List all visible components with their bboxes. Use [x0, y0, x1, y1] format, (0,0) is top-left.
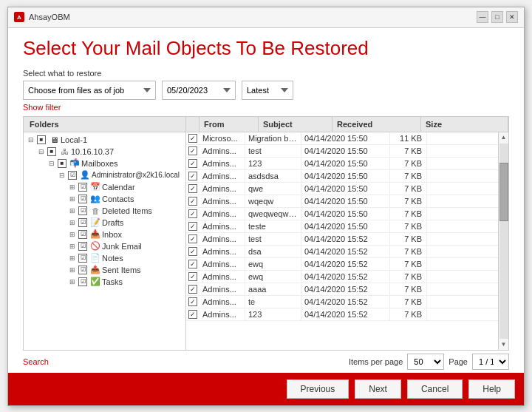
expand-admin[interactable]: ⊟ — [58, 171, 66, 180]
email-checkbox-9[interactable] — [188, 247, 197, 256]
expand-contacts[interactable]: ⊞ — [68, 195, 77, 203]
email-check-cell[interactable] — [186, 132, 200, 144]
email-check-cell[interactable] — [186, 170, 200, 182]
close-button[interactable]: ✕ — [506, 11, 518, 23]
date-dropdown[interactable]: 05/20/2023 — [162, 81, 236, 100]
email-row[interactable]: Admins... dsa 04/14/2020 15:52 7 KB — [186, 246, 498, 258]
email-checkbox-0[interactable] — [188, 134, 197, 143]
email-checkbox-6[interactable] — [188, 209, 197, 218]
email-check-cell[interactable] — [186, 233, 200, 245]
expand-junk[interactable]: ⊞ — [68, 242, 77, 251]
email-check-cell[interactable] — [186, 183, 200, 195]
folder-item-notes[interactable]: ⊞ ☑ 📄 Notes — [24, 252, 185, 264]
expand-calendar[interactable]: ⊞ — [68, 183, 77, 192]
expand-deleted[interactable]: ⊞ — [68, 206, 77, 215]
email-row[interactable]: Admins... teste 04/14/2020 15:50 7 KB — [186, 220, 498, 233]
version-dropdown[interactable]: Latest — [242, 81, 293, 100]
email-check-cell[interactable] — [186, 283, 200, 295]
minimize-button[interactable]: — — [477, 11, 488, 23]
check-deleted[interactable]: ☑ — [78, 206, 87, 215]
email-check-cell[interactable] — [186, 308, 200, 320]
scroll-thumb[interactable] — [499, 163, 508, 221]
previous-button[interactable]: Previous — [287, 379, 349, 399]
items-per-page-select[interactable]: 50 100 200 — [407, 354, 444, 370]
email-check-cell[interactable] — [186, 246, 200, 257]
email-check-cell[interactable] — [186, 220, 200, 232]
check-junk[interactable]: ☑ — [78, 242, 87, 251]
email-row[interactable]: Admins... qweqweqweqw... 04/14/2020 15:5… — [186, 208, 498, 220]
email-row[interactable]: Admins... ewq 04/14/2020 15:52 7 KB — [186, 271, 498, 283]
folder-item-contacts[interactable]: ⊞ ☑ 👥 Contacts — [24, 193, 185, 205]
email-row[interactable]: Microsо... Migration batch... 04/14/2020… — [186, 132, 498, 145]
check-drafts[interactable]: ☑ — [78, 218, 87, 227]
check-inbox[interactable]: ☑ — [78, 230, 87, 239]
email-checkbox-2[interactable] — [188, 159, 197, 168]
check-local1[interactable]: ■ — [37, 135, 46, 144]
email-checkbox-7[interactable] — [188, 222, 197, 231]
email-row[interactable]: Admins... wqeqw 04/14/2020 15:50 7 KB — [186, 195, 498, 208]
email-check-cell[interactable] — [186, 195, 200, 207]
email-row[interactable]: Admins... ewq 04/14/2020 15:52 7 KB — [186, 258, 498, 271]
email-checkbox-12[interactable] — [188, 285, 197, 294]
email-check-cell[interactable] — [186, 258, 200, 270]
email-checkbox-4[interactable] — [188, 184, 197, 193]
scroll-track[interactable] — [499, 143, 508, 339]
check-notes[interactable]: ☑ — [78, 254, 87, 263]
email-checkbox-5[interactable] — [188, 197, 197, 206]
email-check-cell[interactable] — [186, 296, 200, 308]
email-checkbox-3[interactable] — [188, 172, 197, 180]
folder-item-deleted[interactable]: ⊞ ☑ 🗑 Deleted Items — [24, 205, 185, 217]
show-filter-link[interactable]: Show filter — [23, 103, 509, 112]
email-checkbox-11[interactable] — [188, 272, 197, 281]
cancel-button[interactable]: Cancel — [407, 379, 463, 399]
email-row[interactable]: Admins... 123 04/14/2020 15:50 7 KB — [186, 158, 498, 170]
email-check-cell[interactable] — [186, 271, 200, 283]
check-mailboxes[interactable]: ■ — [58, 159, 66, 168]
expand-sent[interactable]: ⊞ — [68, 266, 77, 274]
email-row[interactable]: Admins... 123 04/14/2020 15:52 7 KB — [186, 308, 498, 321]
scroll-up-arrow[interactable]: ▲ — [499, 132, 509, 143]
folder-item-mailboxes[interactable]: ⊟ ■ 📬 Mailboxes — [24, 158, 185, 169]
search-link[interactable]: Search — [23, 357, 49, 366]
email-check-cell[interactable] — [186, 145, 200, 157]
email-check-cell[interactable] — [186, 208, 200, 220]
email-scrollbar[interactable]: ▲ ▼ — [498, 132, 508, 350]
email-checkbox-1[interactable] — [188, 146, 197, 155]
scroll-down-arrow[interactable]: ▼ — [499, 340, 509, 350]
email-row[interactable]: Admins... te 04/14/2020 15:52 7 KB — [186, 296, 498, 308]
expand-drafts[interactable]: ⊞ — [68, 218, 77, 227]
folder-item-sent[interactable]: ⊞ ☑ 📤 Sent Items — [24, 264, 185, 276]
email-row[interactable]: Admins... qwe 04/14/2020 15:50 7 KB — [186, 183, 498, 195]
next-button[interactable]: Next — [355, 379, 401, 399]
maximize-button[interactable]: □ — [491, 11, 503, 23]
expand-inbox[interactable]: ⊞ — [68, 230, 77, 239]
expand-tasks[interactable]: ⊞ — [68, 277, 77, 286]
check-server[interactable]: ■ — [47, 147, 56, 156]
folder-item-local1[interactable]: ⊟ ■ 🖥 Local-1 — [24, 134, 185, 146]
restore-type-dropdown[interactable]: Choose from files as of job — [23, 81, 156, 100]
folder-item-inbox[interactable]: ⊞ ☑ 📥 Inbox — [24, 229, 185, 240]
email-checkbox-8[interactable] — [188, 234, 197, 243]
folder-item-calendar[interactable]: ⊞ ☑ 📅 Calendar — [24, 181, 185, 193]
email-row[interactable]: Admins... asdsdsa 04/14/2020 15:50 7 KB — [186, 170, 498, 183]
email-checkbox-10[interactable] — [188, 260, 197, 269]
folder-item-tasks[interactable]: ⊞ ☑ ✅ Tasks — [24, 276, 185, 288]
check-sent[interactable]: ☑ — [78, 266, 87, 274]
email-row[interactable]: Admins... test 04/14/2020 15:52 7 KB — [186, 233, 498, 246]
expand-local1[interactable]: ⊟ — [27, 135, 35, 144]
email-row[interactable]: Admins... aaaa 04/14/2020 15:52 7 KB — [186, 283, 498, 296]
check-contacts[interactable]: ☑ — [78, 195, 87, 203]
email-row[interactable]: Admins... test 04/14/2020 15:50 7 KB — [186, 145, 498, 158]
expand-notes[interactable]: ⊞ — [68, 254, 77, 263]
check-tasks[interactable]: ☑ — [78, 277, 87, 286]
folder-item-server[interactable]: ⊟ ■ 🖧 10.16.10.37 — [24, 146, 185, 158]
page-number-select[interactable]: 1 / 1 — [472, 354, 509, 370]
expand-server[interactable]: ⊟ — [37, 147, 46, 156]
email-checkbox-14[interactable] — [188, 310, 197, 319]
email-checkbox-13[interactable] — [188, 297, 197, 306]
folder-item-admin[interactable]: ⊟ ☑ 👤 Administrator@x2k16.local — [24, 169, 185, 181]
help-button[interactable]: Help — [468, 379, 515, 399]
folder-item-drafts[interactable]: ⊞ ☑ 📝 Drafts — [24, 217, 185, 229]
check-calendar[interactable]: ☑ — [78, 183, 87, 192]
folder-item-junk[interactable]: ⊞ ☑ 🚫 Junk Email — [24, 240, 185, 252]
